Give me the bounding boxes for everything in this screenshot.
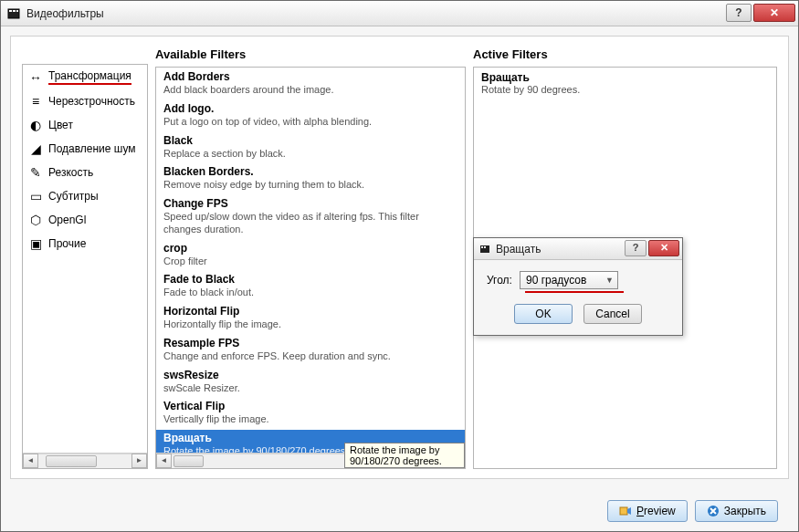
svg-marker-8 — [627, 507, 631, 515]
app-icon — [6, 6, 21, 21]
category-item[interactable]: ◐Цвет — [23, 113, 147, 137]
filter-name: Add Borders — [163, 70, 457, 84]
videofilters-dialog: Видеофильтры ? ✕ ↔Трансформация≡Черезстр… — [0, 0, 799, 532]
filter-desc: Vertically flip the image. — [163, 413, 457, 426]
category-label: Цвет — [48, 119, 73, 131]
filter-name: Вращать — [163, 432, 457, 445]
sub-dialog-title: Вращать — [496, 243, 541, 256]
category-item[interactable]: ▣Прочие — [23, 232, 147, 256]
available-filter-item[interactable]: Fade to BlackFade to black in/out. — [156, 271, 465, 303]
category-item[interactable]: ≡Черезстрочность — [23, 89, 147, 113]
titlebar[interactable]: Видеофильтры ? ✕ — [1, 1, 798, 26]
cancel-button[interactable]: Cancel — [583, 304, 642, 324]
filter-name: Add logo. — [163, 102, 457, 116]
available-filter-item[interactable]: Horizontal FlipHorizontally flip the ima… — [156, 303, 465, 335]
category-label: Подавление шум — [48, 142, 136, 155]
available-filters-list[interactable]: Add BordersAdd black boarders around the… — [155, 67, 466, 469]
filter-name: Black — [163, 134, 457, 148]
category-item[interactable]: ◢Подавление шум — [23, 137, 147, 161]
sub-app-icon — [478, 243, 491, 256]
svg-rect-3 — [16, 10, 18, 12]
sub-help-button[interactable]: ? — [625, 240, 647, 256]
sub-close-button[interactable]: ✕ — [648, 240, 679, 256]
filter-desc: Change and enforce FPS. Keep duration an… — [163, 350, 457, 363]
available-filter-item[interactable]: Add logo.Put a logo on top of video, wit… — [156, 100, 465, 132]
category-item[interactable]: ⬡OpenGl — [23, 208, 147, 232]
svg-rect-6 — [484, 246, 486, 248]
filter-desc: Speed up/slow down the video as if alter… — [163, 211, 457, 236]
filter-desc: swScale Resizer. — [163, 382, 457, 395]
category-icon: ◐ — [28, 118, 43, 132]
filter-name: Vertical Flip — [163, 400, 457, 413]
category-hscrollbar[interactable]: ◄ ► — [23, 453, 147, 468]
category-item[interactable]: ▭Субтитры — [23, 184, 147, 208]
category-icon: ✎ — [28, 165, 43, 180]
filter-name: Horizontal Flip — [163, 305, 457, 318]
close-label: Закрыть — [724, 505, 766, 517]
available-filter-item[interactable]: Vertical FlipVertically flip the image. — [156, 398, 465, 430]
help-button[interactable]: ? — [726, 4, 752, 22]
filter-desc: Fade to black in/out. — [163, 287, 457, 299]
svg-rect-2 — [13, 10, 16, 12]
sub-titlebar[interactable]: Вращать ? ✕ — [474, 238, 682, 260]
filter-name: crop — [163, 242, 457, 256]
close-icon — [707, 505, 720, 517]
preview-label-rest: review — [644, 505, 676, 517]
angle-value: 90 градусов — [526, 274, 586, 287]
available-filter-item[interactable]: BlackReplace a section by black. — [156, 132, 465, 164]
ok-button[interactable]: OK — [514, 304, 573, 324]
filter-desc: Remove noisy edge by turning them to bla… — [163, 179, 457, 192]
filter-desc: Add black boarders around the image. — [163, 84, 457, 97]
category-label: Прочие — [48, 237, 86, 250]
active-filters-title: Active Filters — [473, 47, 777, 61]
available-filters-title: Available Filters — [155, 47, 466, 61]
available-filter-item[interactable]: cropCrop filter — [156, 240, 465, 272]
category-icon: ≡ — [28, 94, 43, 109]
filter-desc: Horizontally flip the image. — [163, 318, 457, 331]
active-filter-item[interactable]: ВращатьRotate by 90 degrees. — [474, 68, 776, 99]
window-title: Видеофильтры — [26, 7, 104, 20]
rotate-properties-dialog: Вращать ? ✕ Угол: 90 градусов ▼ — [473, 237, 683, 336]
svg-rect-5 — [481, 246, 483, 248]
category-label: Субтитры — [48, 190, 99, 203]
category-item[interactable]: ✎Резкость — [23, 161, 147, 184]
category-list[interactable]: ↔Трансформация≡Черезстрочность◐Цвет◢Пода… — [22, 64, 148, 469]
svg-rect-7 — [620, 507, 627, 515]
category-item[interactable]: ↔Трансформация — [23, 65, 147, 89]
filter-name: Blacken Borders. — [163, 165, 457, 179]
highlight-line — [525, 291, 624, 293]
available-filter-item[interactable]: Blacken Borders.Remove noisy edge by tur… — [156, 163, 465, 195]
filter-name: Resample FPS — [163, 337, 457, 350]
category-label: Черезстрочность — [48, 95, 135, 108]
filter-name: swsResize — [163, 369, 457, 382]
svg-rect-1 — [9, 10, 12, 12]
filter-desc: Crop filter — [163, 256, 457, 268]
filter-desc: Replace a section by black. — [163, 148, 457, 161]
category-label: Трансформация — [48, 69, 131, 85]
close-button[interactable]: ✕ — [753, 4, 795, 22]
filter-desc: Put a logo on top of video, with alpha b… — [163, 116, 457, 129]
category-icon: ◢ — [28, 141, 43, 156]
chevron-down-icon: ▼ — [605, 276, 614, 285]
category-icon: ↔ — [28, 70, 43, 85]
close-dialog-button[interactable]: Закрыть — [695, 500, 778, 522]
preview-label-u: P — [636, 505, 644, 517]
available-filter-item[interactable]: swsResizeswScale Resizer. — [156, 367, 465, 399]
filter-name: Вращать — [481, 71, 769, 84]
available-filter-item[interactable]: Resample FPSChange and enforce FPS. Keep… — [156, 335, 465, 367]
filter-name: Change FPS — [163, 197, 457, 211]
available-filter-item[interactable]: Add BordersAdd black boarders around the… — [156, 68, 465, 100]
preview-button[interactable]: Preview — [607, 500, 688, 522]
filter-name: Fade to Black — [163, 273, 457, 287]
category-label: OpenGl — [48, 214, 86, 226]
category-label: Резкость — [48, 166, 93, 179]
category-icon: ▣ — [28, 236, 43, 251]
category-icon: ▭ — [28, 189, 43, 203]
available-filter-item[interactable]: Change FPSSpeed up/slow down the video a… — [156, 195, 465, 240]
available-hscrollbar[interactable]: ◄ ► — [156, 453, 465, 468]
angle-combobox[interactable]: 90 градусов ▼ — [520, 271, 618, 289]
angle-label: Угол: — [487, 274, 512, 287]
category-icon: ⬡ — [28, 213, 43, 227]
preview-icon — [619, 505, 632, 517]
filter-desc: Rotate by 90 degrees. — [481, 84, 769, 95]
